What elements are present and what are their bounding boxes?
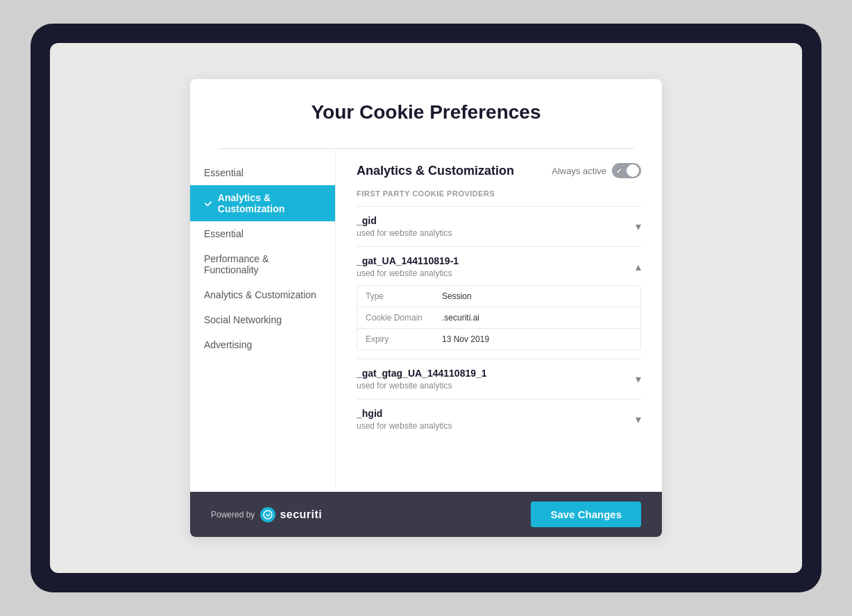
cookie-item-gid: _gid used for website analytics ▾ — [357, 206, 641, 246]
securiti-brand-name: securiti — [280, 508, 322, 521]
device-frame: Your Cookie Preferences Essential Analyt… — [31, 24, 821, 592]
always-active-toggle[interactable]: ✓ — [612, 163, 641, 178]
sidebar-item-advertising[interactable]: Advertising — [190, 332, 335, 357]
detail-value-expiry: 13 Nov 2019 — [434, 329, 497, 350]
sidebar-item-analytics-customization-active[interactable]: Analytics & Customization — [190, 185, 335, 221]
sidebar-item-active-label: Analytics & Customization — [218, 192, 321, 214]
svg-point-0 — [264, 511, 272, 519]
detail-label-domain: Cookie Domain — [357, 307, 434, 328]
chevron-hgid-icon: ▾ — [636, 413, 641, 426]
cookie-item-gat-ua: _gat_UA_144110819-1 used for website ana… — [357, 246, 641, 359]
modal-header: Your Cookie Preferences — [190, 79, 662, 148]
sidebar-item-label: Performance & Functionality — [204, 253, 321, 275]
content-area: Analytics & Customization Always active … — [336, 149, 662, 492]
modal-title: Your Cookie Preferences — [218, 101, 634, 123]
sidebar-item-performance-functionality[interactable]: Performance & Functionality — [190, 246, 335, 282]
powered-by-label: Powered by — [211, 510, 255, 520]
cookie-gat-ua-desc: used for website analytics — [357, 268, 459, 278]
sidebar-item-label: Essential — [204, 228, 244, 239]
detail-value-type: Session — [434, 286, 480, 307]
chevron-gat-ua-icon: ▴ — [636, 260, 641, 273]
cookie-item-gat-gtag: _gat_gtag_UA_144110819_1 used for websit… — [357, 359, 641, 399]
toggle-check-icon: ✓ — [616, 167, 622, 175]
cookie-hgid-info: _hgid used for website analytics — [357, 408, 452, 431]
sidebar-item-label: Social Networking — [204, 314, 282, 325]
cookie-gat-ua-details: Type Session Cookie Domain .securiti.ai … — [357, 285, 641, 350]
cookie-gid-name: _gid — [357, 215, 452, 226]
sidebar-item-social-networking[interactable]: Social Networking — [190, 307, 335, 332]
detail-row-type: Type Session — [357, 286, 640, 307]
sidebar-item-essential[interactable]: Essential — [190, 221, 335, 246]
device-screen: Your Cookie Preferences Essential Analyt… — [50, 43, 802, 573]
always-active-badge: Always active ✓ — [552, 163, 641, 178]
always-active-label: Always active — [552, 166, 606, 176]
sidebar-item-analytics-customization-2[interactable]: Analytics & Customization — [190, 282, 335, 307]
cookie-preferences-modal: Your Cookie Preferences Essential Analyt… — [190, 79, 662, 537]
check-icon — [204, 198, 212, 208]
detail-value-domain: .securiti.ai — [434, 307, 488, 328]
cookie-item-gid-header[interactable]: _gid used for website analytics ▾ — [357, 215, 641, 238]
toggle-knob — [627, 164, 639, 177]
detail-row-expiry: Expiry 13 Nov 2019 — [357, 329, 640, 350]
cookie-hgid-desc: used for website analytics — [357, 421, 452, 431]
detail-label-expiry: Expiry — [357, 329, 434, 350]
sidebar-item-label: Analytics & Customization — [204, 289, 316, 300]
section-label: FIRST PARTY COOKIE PROVIDERS — [357, 189, 641, 198]
cookie-item-gat-gtag-header[interactable]: _gat_gtag_UA_144110819_1 used for websit… — [357, 368, 641, 391]
sidebar-item-label: Essential — [204, 167, 244, 178]
cookie-gid-info: _gid used for website analytics — [357, 215, 452, 238]
detail-label-type: Type — [357, 286, 434, 307]
sidebar: Essential Analytics & Customization Esse… — [190, 149, 336, 492]
sidebar-item-essential-top[interactable]: Essential — [190, 160, 335, 185]
cookie-hgid-name: _hgid — [357, 408, 452, 419]
modal-body: Essential Analytics & Customization Esse… — [190, 149, 662, 492]
cookie-item-hgid-header[interactable]: _hgid used for website analytics ▾ — [357, 408, 641, 431]
save-changes-button[interactable]: Save Changes — [531, 502, 641, 527]
powered-by: Powered by securiti — [211, 507, 322, 522]
chevron-gat-gtag-icon: ▾ — [636, 373, 641, 386]
sidebar-item-label: Advertising — [204, 339, 252, 350]
cookie-gat-gtag-desc: used for website analytics — [357, 381, 487, 391]
cookie-gat-gtag-info: _gat_gtag_UA_144110819_1 used for websit… — [357, 368, 487, 391]
securiti-logo: securiti — [260, 507, 322, 522]
cookie-gat-ua-name: _gat_UA_144110819-1 — [357, 255, 459, 266]
cookie-gat-ua-info: _gat_UA_144110819-1 used for website ana… — [357, 255, 459, 278]
cookie-item-hgid: _hgid used for website analytics ▾ — [357, 399, 641, 439]
modal-footer: Powered by securiti Save Changes — [190, 492, 662, 537]
cookie-gid-desc: used for website analytics — [357, 228, 452, 238]
detail-row-domain: Cookie Domain .securiti.ai — [357, 307, 640, 329]
cookie-gat-gtag-name: _gat_gtag_UA_144110819_1 — [357, 368, 487, 379]
securiti-icon — [260, 507, 275, 522]
content-title: Analytics & Customization — [357, 164, 514, 178]
content-header: Analytics & Customization Always active … — [357, 163, 641, 178]
chevron-gid-icon: ▾ — [636, 220, 641, 233]
cookie-item-gat-ua-header[interactable]: _gat_UA_144110819-1 used for website ana… — [357, 255, 641, 278]
